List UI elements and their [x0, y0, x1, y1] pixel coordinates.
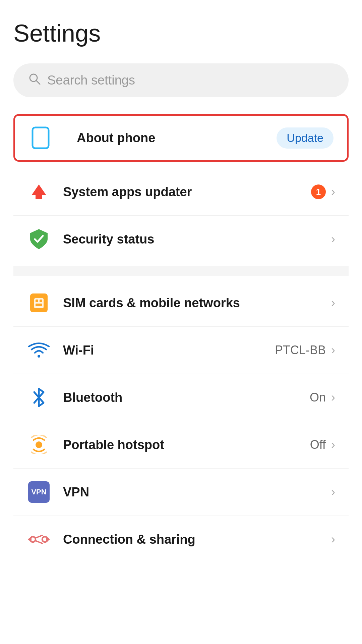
bluetooth-value: On — [310, 390, 326, 405]
svg-point-0 — [30, 74, 37, 82]
update-badge[interactable]: Update — [277, 127, 334, 149]
svg-rect-5 — [34, 298, 44, 308]
page-title: Settings — [13, 20, 349, 47]
system-apps-updater-item[interactable]: System apps updater 1 › — [13, 168, 349, 216]
vpn-item[interactable]: VPN VPN › — [13, 469, 349, 516]
vpn-icon: VPN — [27, 480, 51, 504]
settings-page: Settings Search settings About phone Upd… — [0, 0, 362, 576]
about-phone-item[interactable]: About phone Update — [13, 114, 349, 162]
vpn-label: VPN — [63, 485, 331, 499]
connection-sharing-item[interactable]: Connection & sharing › — [13, 516, 349, 563]
chevron-right-icon: › — [331, 343, 335, 357]
hotspot-item[interactable]: Portable hotspot Off › — [13, 421, 349, 469]
svg-rect-6 — [36, 300, 38, 302]
vpn-label-icon: VPN — [28, 481, 50, 503]
svg-rect-8 — [36, 304, 42, 306]
sim-cards-label: SIM cards & mobile networks — [63, 296, 331, 310]
about-phone-label: About phone — [77, 131, 264, 145]
chevron-right-icon: › — [331, 185, 335, 199]
wifi-item[interactable]: Wi-Fi PTCL-BB › — [13, 327, 349, 374]
svg-line-1 — [37, 81, 40, 84]
svg-rect-7 — [40, 300, 42, 302]
wifi-value: PTCL-BB — [275, 343, 326, 357]
wifi-label: Wi-Fi — [63, 343, 275, 358]
svg-point-9 — [38, 355, 40, 358]
bluetooth-item[interactable]: Bluetooth On › — [13, 374, 349, 421]
system-section: System apps updater 1 › Security status … — [13, 168, 349, 263]
bluetooth-icon — [27, 385, 51, 410]
arrow-up-icon — [27, 180, 51, 204]
chevron-right-icon: › — [331, 438, 335, 452]
search-placeholder: Search settings — [47, 73, 135, 88]
notification-badge: 1 — [311, 184, 326, 199]
security-status-label: Security status — [63, 232, 331, 247]
chevron-right-icon: › — [331, 296, 335, 310]
connection-icon — [27, 527, 51, 551]
connectivity-section: SIM cards & mobile networks › Wi-Fi PTCL… — [13, 279, 349, 563]
bluetooth-label: Bluetooth — [63, 390, 310, 405]
sim-cards-item[interactable]: SIM cards & mobile networks › — [13, 279, 349, 327]
shield-icon — [27, 227, 51, 251]
search-icon — [28, 73, 41, 88]
hotspot-value: Off — [310, 438, 326, 452]
about-phone-icon — [28, 126, 53, 150]
chevron-right-icon: › — [331, 532, 335, 546]
hotspot-icon — [27, 433, 51, 457]
chevron-right-icon: › — [331, 390, 335, 405]
svg-marker-13 — [46, 537, 50, 542]
section-divider — [13, 266, 349, 276]
svg-marker-3 — [32, 184, 46, 199]
wifi-icon — [27, 338, 51, 362]
system-apps-updater-label: System apps updater — [63, 185, 311, 199]
svg-point-10 — [36, 441, 42, 448]
sim-icon — [27, 291, 51, 315]
chevron-right-icon: › — [331, 232, 335, 246]
search-bar[interactable]: Search settings — [13, 63, 349, 97]
chevron-right-icon: › — [331, 485, 335, 499]
svg-rect-2 — [33, 127, 49, 148]
security-status-item[interactable]: Security status › — [13, 216, 349, 263]
svg-marker-14 — [28, 537, 32, 542]
connection-sharing-label: Connection & sharing — [63, 532, 331, 547]
hotspot-label: Portable hotspot — [63, 438, 310, 452]
